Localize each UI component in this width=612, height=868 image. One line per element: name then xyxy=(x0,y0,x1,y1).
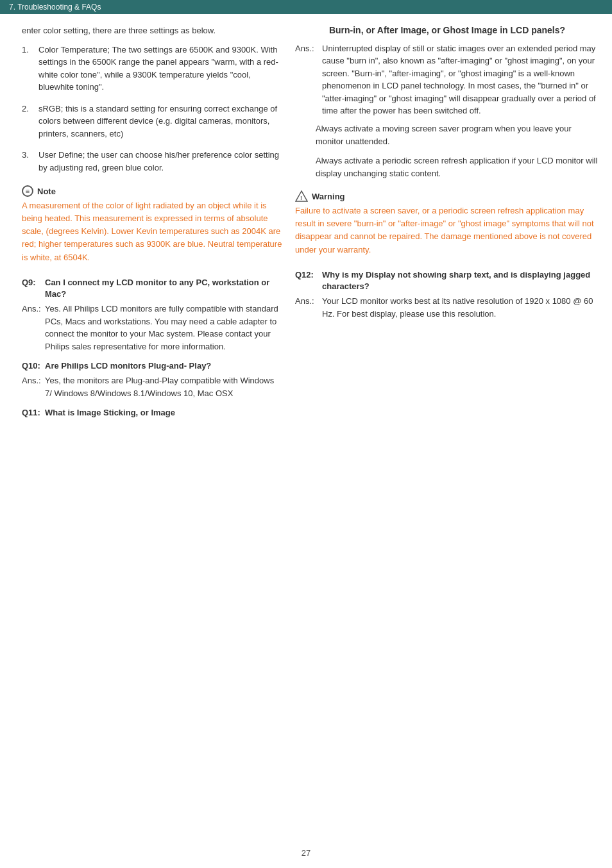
list-num-3: 3. xyxy=(22,149,33,174)
right-section-title: Burn-in, or After Image, or Ghost Image … xyxy=(295,24,599,37)
a9-text: Yes. All Philips LCD monitors are fully … xyxy=(45,303,282,353)
header-label: 7. Troubleshooting & FAQs xyxy=(9,3,101,12)
a9-line: Ans.: Yes. All Philips LCD monitors are … xyxy=(22,303,282,353)
a9-label: Ans.: xyxy=(22,303,42,353)
list-text-2: sRGB; this is a standard setting for ens… xyxy=(38,103,282,140)
q11-text: What is Image Sticking, or Image xyxy=(45,407,175,419)
a10-line: Ans.: Yes, the monitors are Plug-and-Pla… xyxy=(22,374,282,399)
svg-text:!: ! xyxy=(300,195,302,201)
a12-label: Ans.: xyxy=(295,295,319,320)
note-label: Note xyxy=(37,187,56,196)
qa-q11: Q11: What is Image Sticking, or Image xyxy=(13,407,282,419)
q10-text: Are Philips LCD monitors Plug-and- Play? xyxy=(45,360,211,372)
page-number: 27 xyxy=(302,848,310,858)
list-item: 1. Color Temperature; The two settings a… xyxy=(22,44,282,94)
note-header: ≡ Note xyxy=(22,185,282,197)
content-area: enter color setting, there are three set… xyxy=(0,14,612,452)
q9-label: Q9: xyxy=(22,277,42,300)
q9-line: Q9: Can I connect my LCD monitor to any … xyxy=(22,277,282,300)
note-text: A measurement of the color of light radi… xyxy=(22,199,282,264)
right-ans-label: Ans.: xyxy=(295,42,319,117)
q11-label: Q11: xyxy=(22,407,42,419)
q9-text: Can I connect my LCD monitor to any PC, … xyxy=(45,277,282,300)
qa-q10: Q10: Are Philips LCD monitors Plug-and- … xyxy=(13,360,282,399)
q12-line: Q12: Why is my Display not showing sharp… xyxy=(295,269,599,292)
q12-text: Why is my Display not showing sharp text… xyxy=(322,269,599,292)
warning-header: ! Warning xyxy=(295,190,599,202)
numbered-list: 1. Color Temperature; The two settings a… xyxy=(22,44,282,174)
q10-line: Q10: Are Philips LCD monitors Plug-and- … xyxy=(22,360,282,372)
right-ans-text3: Always activate a periodic screen refres… xyxy=(295,154,599,180)
note-box: ≡ Note A measurement of the color of lig… xyxy=(22,185,282,264)
header-bar: 7. Troubleshooting & FAQs xyxy=(0,0,612,14)
warning-label: Warning xyxy=(312,192,345,201)
list-num-1: 1. xyxy=(22,44,33,94)
right-ans-text1: Uninterrupted display of still or static… xyxy=(322,42,599,117)
a10-label: Ans.: xyxy=(22,374,42,399)
q12-label: Q12: xyxy=(295,269,319,292)
right-column: Burn-in, or After Image, or Ghost Image … xyxy=(295,24,599,426)
list-text-3: User Define; the user can choose his/her… xyxy=(38,149,282,174)
warning-text: Failure to activate a screen saver, or a… xyxy=(295,204,599,256)
list-text-1: Color Temperature; The two settings are … xyxy=(38,44,282,94)
a10-text: Yes, the monitors are Plug-and-Play comp… xyxy=(45,374,282,399)
list-item: 2. sRGB; this is a standard setting for … xyxy=(22,103,282,140)
page-container: 7. Troubleshooting & FAQs enter color se… xyxy=(0,0,612,868)
note-icon: ≡ xyxy=(22,185,33,197)
right-ans-text2: Always activate a moving screen saver pr… xyxy=(295,122,599,148)
a12-text: Your LCD monitor works best at its nativ… xyxy=(322,295,599,320)
q10-label: Q10: xyxy=(22,360,42,372)
left-column: enter color setting, there are three set… xyxy=(13,24,282,426)
a12-line: Ans.: Your LCD monitor works best at its… xyxy=(295,295,599,320)
qa-q12: Q12: Why is my Display not showing sharp… xyxy=(295,269,599,320)
warning-icon: ! xyxy=(295,190,308,202)
right-ans-line: Ans.: Uninterrupted display of still or … xyxy=(295,42,599,117)
list-item: 3. User Define; the user can choose his/… xyxy=(22,149,282,174)
list-num-2: 2. xyxy=(22,103,33,140)
intro-text: enter color setting, there are three set… xyxy=(13,24,282,37)
qa-q9: Q9: Can I connect my LCD monitor to any … xyxy=(13,277,282,353)
warning-box: ! Warning Failure to activate a screen s… xyxy=(295,190,599,256)
q11-line: Q11: What is Image Sticking, or Image xyxy=(22,407,282,419)
